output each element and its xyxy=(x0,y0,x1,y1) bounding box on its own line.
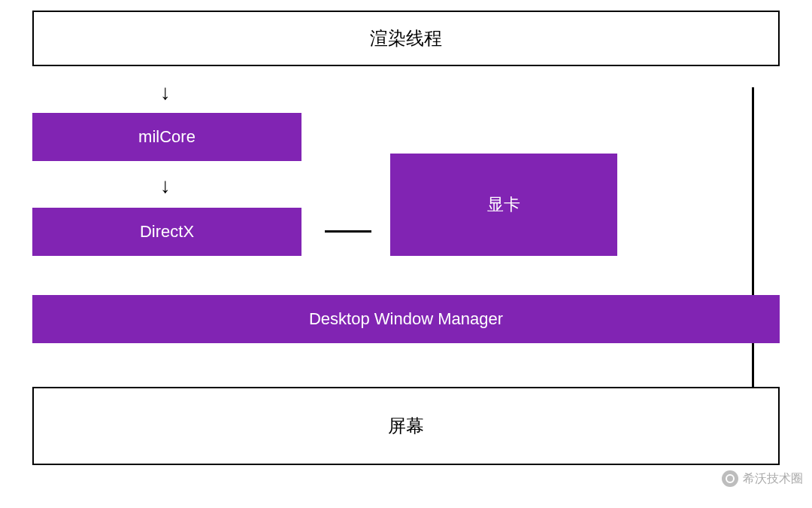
node-milcore: milCore xyxy=(32,113,301,161)
watermark-icon xyxy=(722,470,738,487)
node-screen: 屏幕 xyxy=(32,387,780,465)
diagram-canvas: 渲染线程 ↓ milCore ↓ DirectX 显卡 Desktop Wind… xyxy=(0,0,812,508)
node-label: DirectX xyxy=(140,222,194,242)
arrow-down-icon: ↓ xyxy=(154,175,177,197)
arrow-down-icon: ↓ xyxy=(154,81,177,104)
node-directx: DirectX xyxy=(32,208,301,256)
node-label: 显卡 xyxy=(487,193,520,216)
node-label: milCore xyxy=(138,127,195,147)
node-render-thread: 渲染线程 xyxy=(32,11,780,66)
connector-line xyxy=(325,230,371,233)
connector-line xyxy=(752,343,754,387)
watermark-text: 希沃技术圈 xyxy=(743,471,803,487)
node-label: 屏幕 xyxy=(388,414,424,438)
node-dwm: Desktop Window Manager xyxy=(32,295,780,343)
node-gpu: 显卡 xyxy=(390,154,617,256)
watermark: 希沃技术圈 xyxy=(722,470,803,487)
connector-line xyxy=(752,87,754,295)
node-label: Desktop Window Manager xyxy=(309,309,503,329)
node-label: 渲染线程 xyxy=(370,26,442,50)
